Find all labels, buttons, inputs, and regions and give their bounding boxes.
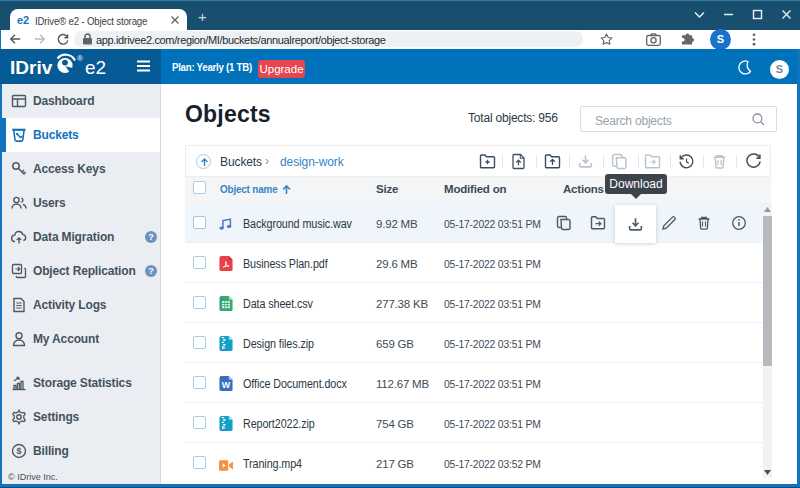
svg-text:W: W	[222, 380, 231, 390]
svg-text:$: $	[16, 446, 21, 456]
